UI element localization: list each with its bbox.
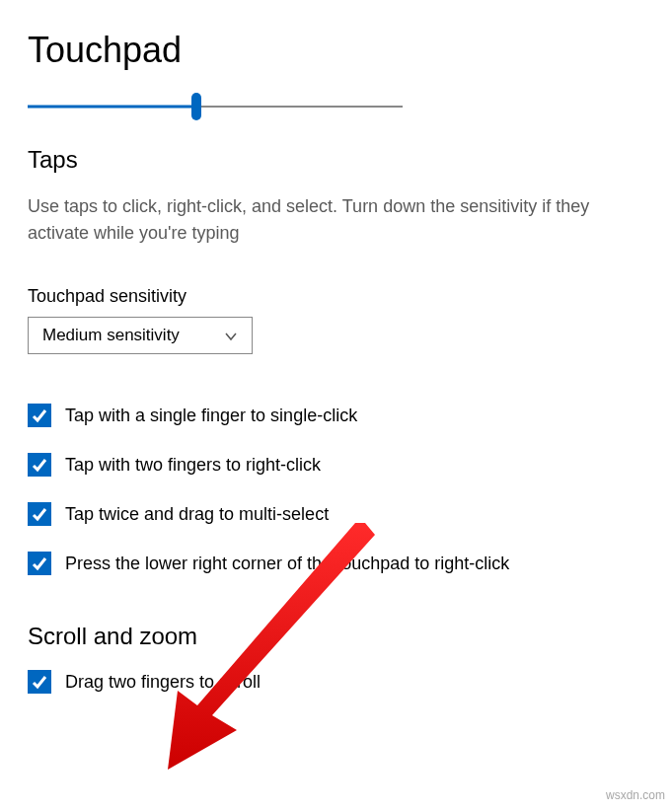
checkbox-label: Tap twice and drag to multi-select — [65, 504, 329, 525]
checkbox-label: Drag two fingers to scroll — [65, 672, 261, 693]
watermark: wsxdn.com — [606, 788, 665, 802]
checkbox-icon[interactable] — [28, 552, 51, 575]
checkbox-lower-right-corner[interactable]: Press the lower right corner of the touc… — [28, 552, 643, 575]
taps-description: Use taps to click, right-click, and sele… — [28, 193, 630, 247]
checkbox-icon[interactable] — [28, 404, 51, 427]
taps-heading: Taps — [28, 146, 643, 174]
page-title: Touchpad — [28, 30, 643, 71]
checkbox-label: Tap with a single finger to single-click — [65, 406, 357, 426]
checkbox-drag-two-fingers[interactable]: Drag two fingers to scroll — [28, 670, 643, 694]
chevron-down-icon — [224, 329, 238, 342]
checkbox-label: Tap with two fingers to right-click — [65, 455, 321, 476]
checkbox-icon[interactable] — [28, 453, 51, 477]
sensitivity-value: Medium sensitivity — [42, 326, 180, 345]
slider-thumb[interactable] — [191, 93, 201, 120]
checkbox-label: Press the lower right corner of the touc… — [65, 554, 509, 574]
slider-track-filled — [28, 106, 196, 109]
sensitivity-label: Touchpad sensitivity — [28, 286, 643, 307]
checkbox-two-finger-tap[interactable]: Tap with two fingers to right-click — [28, 453, 643, 477]
sensitivity-dropdown[interactable]: Medium sensitivity — [28, 317, 253, 354]
checkbox-icon[interactable] — [28, 670, 51, 694]
touchpad-slider[interactable] — [28, 95, 403, 118]
checkbox-single-tap[interactable]: Tap with a single finger to single-click — [28, 404, 643, 427]
checkbox-icon[interactable] — [28, 502, 51, 526]
scroll-zoom-heading: Scroll and zoom — [28, 623, 643, 650]
checkbox-tap-twice-drag[interactable]: Tap twice and drag to multi-select — [28, 502, 643, 526]
